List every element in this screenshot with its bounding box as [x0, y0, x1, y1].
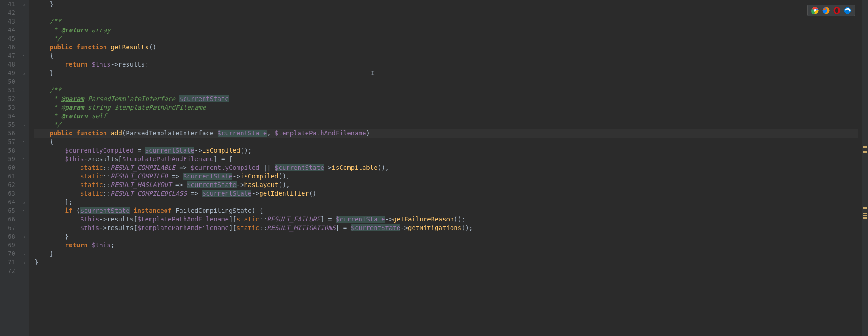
browser-preview-toolbar — [807, 5, 855, 16]
code-line[interactable]: * @param string $templatePathAndFilename — [34, 103, 858, 112]
code-line[interactable]: * @return array — [34, 26, 858, 34]
code-line[interactable]: } — [34, 69, 858, 77]
fold-toggle[interactable]: ⌟ — [23, 235, 26, 238]
marker-warn[interactable] — [863, 217, 867, 219]
chrome-icon[interactable] — [811, 6, 819, 14]
svg-point-4 — [835, 8, 838, 13]
marker-warn[interactable] — [863, 146, 867, 148]
line-number[interactable]: 49 — [0, 69, 15, 77]
line-number[interactable]: 48 — [0, 60, 15, 69]
code-line[interactable]: static::RESULT_COMPILEDCLASS => $current… — [34, 189, 858, 198]
code-line[interactable]: if ($currentState instanceof FailedCompi… — [34, 206, 858, 215]
marker-warn[interactable] — [863, 151, 867, 153]
line-number[interactable]: 70 — [0, 250, 15, 258]
code-line[interactable] — [34, 77, 858, 86]
line-number[interactable]: 46 — [0, 43, 15, 52]
code-line[interactable]: $this->results[$templatePathAndFilename]… — [34, 224, 858, 232]
line-number[interactable]: 65 — [0, 206, 15, 215]
fold-toggle[interactable]: ⌟ — [23, 252, 26, 255]
code-area[interactable]: } /** * @return array */ public function… — [34, 0, 858, 336]
line-number[interactable]: 62 — [0, 181, 15, 189]
line-number[interactable]: 57 — [0, 138, 15, 146]
error-stripe[interactable] — [862, 0, 868, 336]
fold-toggle[interactable]: ⌟ — [23, 200, 26, 204]
code-line[interactable]: return $this; — [34, 241, 858, 250]
code-line[interactable]: /** — [34, 17, 858, 26]
line-number[interactable]: 63 — [0, 189, 15, 198]
code-line[interactable]: } — [34, 232, 858, 241]
fold-toggle[interactable]: ⌟ — [23, 2, 26, 6]
fold-toggle[interactable]: ⊟ — [23, 45, 26, 49]
line-number[interactable]: 54 — [0, 112, 15, 120]
line-number[interactable]: 45 — [0, 34, 15, 43]
code-line[interactable]: * @param ParsedTemplateInterface $curren… — [34, 95, 858, 103]
line-number[interactable]: 47 — [0, 52, 15, 60]
line-number[interactable]: 52 — [0, 95, 15, 103]
code-line[interactable]: $this->results[$templatePathAndFilename]… — [34, 155, 858, 163]
line-number[interactable]: 61 — [0, 172, 15, 181]
line-number[interactable]: 59 — [0, 155, 15, 163]
editor-viewport: 4142434445464748495051525354555657585960… — [0, 0, 868, 336]
fold-toggle[interactable]: ┐ — [23, 140, 26, 144]
line-number[interactable]: 44 — [0, 26, 15, 34]
marker-warn[interactable] — [863, 215, 867, 216]
line-number[interactable]: 72 — [0, 267, 15, 275]
code-line[interactable]: } — [34, 250, 858, 258]
code-line[interactable]: return $this->results; — [34, 60, 858, 69]
line-number[interactable]: 71 — [0, 258, 15, 267]
text-caret: 𝙸 — [371, 69, 371, 77]
code-line[interactable]: static::RESULT_COMPILABLE => $currentlyC… — [34, 163, 858, 172]
line-number[interactable]: 43 — [0, 17, 15, 26]
code-line[interactable]: { — [34, 52, 858, 60]
line-number[interactable]: 50 — [0, 77, 15, 86]
line-number[interactable]: 64 — [0, 198, 15, 206]
code-line[interactable] — [34, 9, 858, 17]
line-number[interactable]: 67 — [0, 224, 15, 232]
line-number[interactable]: 69 — [0, 241, 15, 250]
fold-toggle[interactable]: ⌟ — [23, 123, 26, 126]
code-line[interactable]: $currentlyCompiled = $currentState->isCo… — [34, 146, 858, 155]
line-number-gutter[interactable]: 4142434445464748495051525354555657585960… — [0, 0, 19, 336]
marker-warn[interactable] — [863, 213, 867, 214]
code-line[interactable]: public function getResults() — [34, 43, 858, 52]
firefox-icon[interactable] — [822, 6, 830, 14]
line-number[interactable]: 68 — [0, 232, 15, 241]
fold-toggle[interactable]: ┐ — [23, 157, 26, 161]
fold-toggle[interactable]: ⌐ — [23, 19, 26, 23]
code-line[interactable]: static::RESULT_HASLAYOUT => $currentStat… — [34, 181, 858, 189]
line-number[interactable]: 60 — [0, 163, 15, 172]
code-line[interactable]: { — [34, 138, 858, 146]
line-number[interactable]: 56 — [0, 129, 15, 138]
fold-toggle[interactable]: ┐ — [23, 209, 26, 212]
code-line[interactable] — [34, 267, 858, 275]
code-line[interactable]: } — [34, 0, 858, 9]
code-line[interactable]: * @return self — [34, 112, 858, 120]
edge-icon[interactable] — [844, 6, 852, 14]
marker-warn[interactable] — [863, 207, 867, 209]
line-number[interactable]: 58 — [0, 146, 15, 155]
code-line[interactable]: */ — [34, 120, 858, 129]
fold-toggle[interactable]: ⌐ — [23, 88, 26, 92]
line-number[interactable]: 51 — [0, 86, 15, 95]
line-number[interactable]: 66 — [0, 215, 15, 224]
code-line[interactable]: */ — [34, 34, 858, 43]
line-number[interactable]: 53 — [0, 103, 15, 112]
fold-toggle[interactable]: ⌟ — [23, 71, 26, 75]
fold-toggle[interactable]: ┐ — [23, 54, 26, 58]
code-line[interactable]: } — [34, 258, 858, 267]
code-line[interactable]: /** — [34, 86, 858, 95]
line-number[interactable]: 41 — [0, 0, 15, 9]
line-number[interactable]: 42 — [0, 9, 15, 17]
fold-column[interactable]: ⌟⌐⊟┐⌟⌐⌟⊟┐┐⌟┐⌟⌟⌟ — [19, 0, 29, 336]
opera-icon[interactable] — [833, 6, 841, 14]
code-line[interactable]: $this->results[$templatePathAndFilename]… — [34, 215, 858, 224]
code-line[interactable]: static::RESULT_COMPILED => $currentState… — [34, 172, 858, 181]
fold-toggle[interactable]: ⊟ — [23, 131, 26, 135]
fold-toggle[interactable]: ⌟ — [23, 260, 26, 264]
line-number[interactable]: 55 — [0, 120, 15, 129]
code-line[interactable]: ]; — [34, 198, 858, 206]
code-line[interactable]: public function add(ParsedTemplateInterf… — [34, 129, 858, 138]
